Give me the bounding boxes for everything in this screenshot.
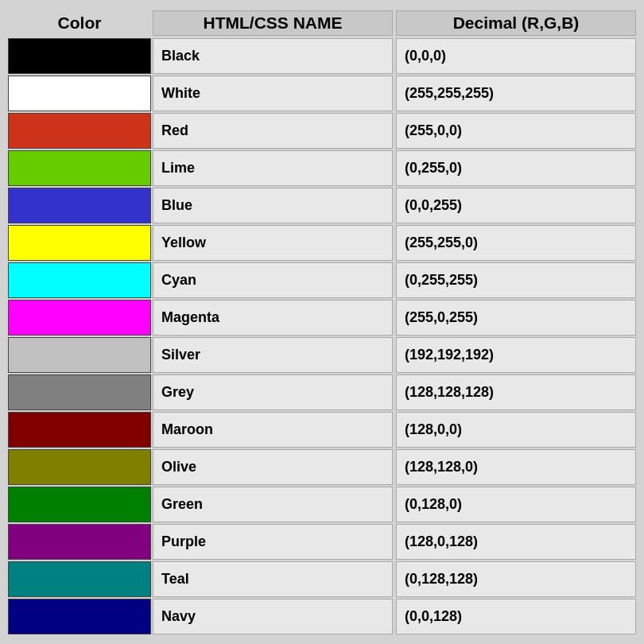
color-name-cell: Navy (153, 599, 393, 634)
header-decimal: Decimal (R,G,B) (396, 10, 636, 36)
table-row: Lime(0,255,0) (8, 150, 636, 186)
color-swatch (8, 262, 151, 298)
color-name-cell: Purple (153, 524, 393, 560)
color-swatch (8, 374, 151, 410)
table-row: White(255,255,255) (8, 76, 636, 111)
color-decimal-cell: (0,0,128) (396, 599, 636, 634)
table-row: Black(0,0,0) (8, 38, 636, 74)
table-row: Red(255,0,0) (8, 113, 636, 149)
color-name-cell: Black (153, 38, 393, 74)
table-row: Green(0,128,0) (8, 487, 636, 522)
color-decimal-cell: (0,255,255) (396, 262, 636, 298)
table-row: Cyan(0,255,255) (8, 262, 636, 298)
color-decimal-cell: (128,128,0) (396, 449, 636, 485)
color-swatch (8, 113, 151, 149)
table-row: Yellow(255,255,0) (8, 225, 636, 261)
header-name: HTML/CSS NAME (153, 10, 393, 36)
color-swatch (8, 449, 151, 485)
color-swatch (8, 561, 151, 597)
color-name-cell: Green (153, 487, 393, 522)
color-decimal-cell: (0,0,255) (396, 188, 636, 223)
color-decimal-cell: (0,128,0) (396, 487, 636, 522)
color-swatch (8, 300, 151, 336)
table-row: Silver(192,192,192) (8, 337, 636, 373)
color-swatch (8, 76, 151, 111)
table-row: Magenta(255,0,255) (8, 300, 636, 336)
color-swatch (8, 487, 151, 522)
color-swatch (8, 225, 151, 261)
color-table: Color HTML/CSS NAME Decimal (R,G,B) Blac… (8, 10, 636, 634)
color-decimal-cell: (255,255,255) (396, 76, 636, 111)
color-decimal-cell: (0,255,0) (396, 150, 636, 186)
color-name-cell: Cyan (153, 262, 393, 298)
table-header: Color HTML/CSS NAME Decimal (R,G,B) (8, 10, 636, 36)
color-name-cell: Red (153, 113, 393, 149)
color-decimal-cell: (0,0,0) (396, 38, 636, 74)
color-decimal-cell: (192,192,192) (396, 337, 636, 373)
color-decimal-cell: (255,0,0) (396, 113, 636, 149)
color-name-cell: Silver (153, 337, 393, 373)
color-swatch (8, 150, 151, 186)
color-name-cell: Olive (153, 449, 393, 485)
color-swatch (8, 524, 151, 560)
color-name-cell: Yellow (153, 225, 393, 261)
table-row: Navy(0,0,128) (8, 599, 636, 634)
table-row: Blue(0,0,255) (8, 188, 636, 223)
color-decimal-cell: (255,0,255) (396, 300, 636, 336)
color-name-cell: Blue (153, 188, 393, 223)
color-decimal-cell: (128,0,0) (396, 412, 636, 448)
table-row: Purple(128,0,128) (8, 524, 636, 560)
color-name-cell: Maroon (153, 412, 393, 448)
table-body: Black(0,0,0)White(255,255,255)Red(255,0,… (8, 38, 636, 634)
color-name-cell: Grey (153, 374, 393, 410)
color-name-cell: Magenta (153, 300, 393, 336)
table-row: Maroon(128,0,0) (8, 412, 636, 448)
table-row: Grey(128,128,128) (8, 374, 636, 410)
color-name-cell: White (153, 76, 393, 111)
header-color: Color (8, 14, 151, 33)
color-name-cell: Teal (153, 561, 393, 597)
color-decimal-cell: (255,255,0) (396, 225, 636, 261)
color-swatch (8, 337, 151, 373)
color-decimal-cell: (128,128,128) (396, 374, 636, 410)
color-name-cell: Lime (153, 150, 393, 186)
color-decimal-cell: (128,0,128) (396, 524, 636, 560)
color-swatch (8, 38, 151, 74)
color-swatch (8, 188, 151, 223)
table-row: Olive(128,128,0) (8, 449, 636, 485)
color-swatch (8, 412, 151, 448)
table-row: Teal(0,128,128) (8, 561, 636, 597)
color-decimal-cell: (0,128,128) (396, 561, 636, 597)
color-swatch (8, 599, 151, 634)
